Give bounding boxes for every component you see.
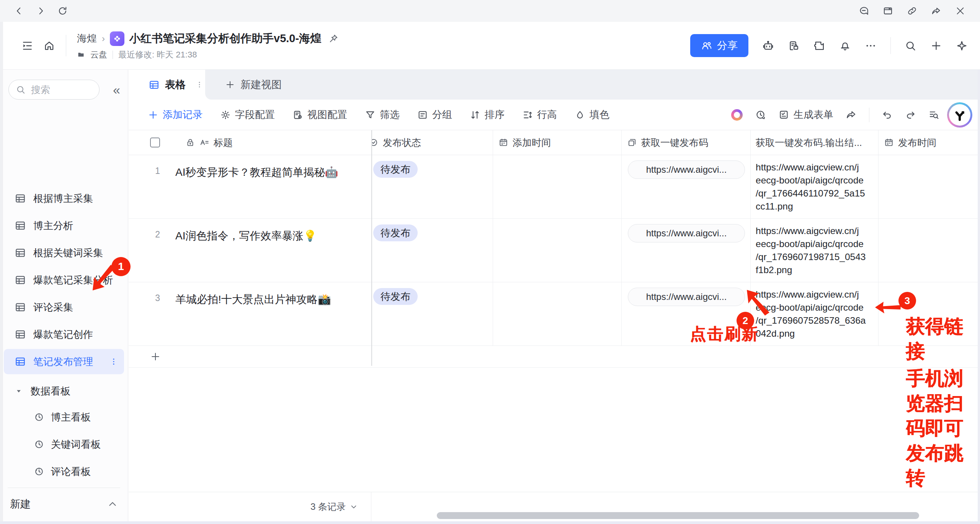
close-icon[interactable] xyxy=(955,6,965,16)
plus-icon xyxy=(148,110,158,120)
cell-get-qr[interactable]: https://www.aigcvi... xyxy=(622,155,751,218)
row-height-button[interactable]: 行高 xyxy=(522,108,557,121)
row-title[interactable]: 羊城必拍!十大景点出片神攻略📸 xyxy=(175,292,331,307)
cell-qr-output[interactable]: https://www.aigcview.cn/j eecg-boot/api/… xyxy=(751,155,879,218)
automation-robot-icon[interactable] xyxy=(762,40,774,52)
cell-status[interactable]: 待发布 xyxy=(372,219,493,282)
column-header-added-time[interactable]: 添加时间 xyxy=(493,130,622,155)
share-button[interactable]: 分享 xyxy=(690,34,748,57)
add-row-button[interactable] xyxy=(129,346,980,368)
share-people-icon xyxy=(701,40,712,51)
sidebar-item-comment-dashboard[interactable]: 评论看板 xyxy=(0,459,128,484)
cell-added-time[interactable] xyxy=(493,155,622,218)
cell-publish-time[interactable] xyxy=(879,155,980,218)
fill-color-label: 填色 xyxy=(590,108,609,121)
fill-color-button[interactable]: 填色 xyxy=(575,108,609,121)
ai-ring-icon[interactable] xyxy=(731,109,743,121)
pin-icon[interactable] xyxy=(328,34,338,44)
cell-added-time[interactable] xyxy=(493,282,622,346)
item-kebab-icon[interactable] xyxy=(109,357,118,366)
sidebar-item-blogger-analysis[interactable]: 博主分析 xyxy=(4,213,124,238)
feedback-icon[interactable] xyxy=(859,6,869,16)
notification-bell-icon[interactable] xyxy=(839,40,851,52)
qr-link-button[interactable]: https://www.aigcvi... xyxy=(628,160,745,179)
sidebar-toggle-icon[interactable] xyxy=(21,40,33,52)
history-icon[interactable] xyxy=(755,109,766,120)
more-icon[interactable] xyxy=(865,40,877,52)
generate-form-button[interactable]: 生成表单 xyxy=(778,108,833,121)
sort-button[interactable]: 排序 xyxy=(470,108,505,121)
field-config-label: 字段配置 xyxy=(235,108,275,121)
horizontal-scrollbar[interactable] xyxy=(437,512,919,519)
column-header-qr-output[interactable]: 获取一键发布码.输出结... xyxy=(751,130,879,155)
share-window-icon[interactable] xyxy=(931,6,941,16)
cell-status[interactable]: 待发布 xyxy=(372,155,493,218)
undo-icon[interactable] xyxy=(882,109,893,120)
column-label: 标题 xyxy=(214,136,233,149)
sidebar-search-box[interactable] xyxy=(8,80,100,100)
redo-icon[interactable] xyxy=(905,109,916,120)
tab-grid-view[interactable]: 表格 xyxy=(129,70,205,100)
fill-droplet-icon xyxy=(575,110,585,120)
sidebar-item-blogger-collect[interactable]: 根据博主采集 xyxy=(4,186,124,211)
sparkle-ai-icon[interactable] xyxy=(956,40,968,52)
field-config-button[interactable]: 字段配置 xyxy=(220,108,275,121)
column-label: 获取一键发布码.输出结... xyxy=(756,136,862,149)
avatar[interactable] xyxy=(947,102,972,128)
record-count-button[interactable]: 3 条记录 xyxy=(129,492,371,521)
row-title[interactable]: AI润色指令，写作效率暴涨💡 xyxy=(175,229,317,243)
tab-kebab-icon[interactable] xyxy=(196,80,203,89)
column-header-title[interactable]: 标题 xyxy=(129,130,372,155)
select-all-checkbox[interactable] xyxy=(150,138,160,147)
cell-qr-output[interactable]: https://www.aigcview.cn/j eecg-boot/api/… xyxy=(751,219,879,282)
sidebar-group-dashboards[interactable]: 数据看板 xyxy=(0,380,128,403)
qr-link-button[interactable]: https://www.aigcvi... xyxy=(628,288,745,306)
back-icon[interactable] xyxy=(14,6,24,16)
cell-added-time[interactable] xyxy=(493,219,622,282)
sidebar-item-blogger-dashboard[interactable]: 博主看板 xyxy=(0,404,128,430)
permission-doc-icon[interactable] xyxy=(788,40,800,52)
browser-toolbar xyxy=(0,0,980,22)
search-icon[interactable] xyxy=(905,40,916,52)
cell-get-qr[interactable]: https://www.aigcvi... xyxy=(622,219,751,282)
tab-new-view[interactable]: 新建视图 xyxy=(225,70,282,100)
forward-icon[interactable] xyxy=(36,6,46,16)
cell-publish-time[interactable] xyxy=(879,219,980,282)
search-input[interactable] xyxy=(30,84,85,96)
sidebar-item-keyword-dashboard[interactable]: 关键词看板 xyxy=(0,432,128,457)
group-button[interactable]: 分组 xyxy=(417,108,452,121)
copy-link-icon[interactable] xyxy=(907,6,917,16)
refresh-icon[interactable] xyxy=(57,6,68,16)
window-icon[interactable] xyxy=(883,6,893,16)
filter-label: 筛选 xyxy=(380,108,400,121)
column-header-status[interactable]: 发布状态 xyxy=(372,130,493,155)
home-icon[interactable] xyxy=(43,40,55,52)
new-view-label: 新建视图 xyxy=(240,78,282,92)
view-config-button[interactable]: 视图配置 xyxy=(292,108,347,121)
filter-button[interactable]: 筛选 xyxy=(365,108,400,121)
row-title[interactable]: AI秒变异形卡？教程超简单揭秘🤖 xyxy=(175,165,338,180)
qr-link-button[interactable]: https://www.aigcvi... xyxy=(628,224,745,242)
column-header-get-qr[interactable]: 获取一键发布码 xyxy=(622,130,751,155)
sidebar-item-hot-note-create[interactable]: 爆款笔记创作 xyxy=(4,322,124,347)
column-header-publish-time[interactable]: 发布时间 xyxy=(879,130,980,155)
cell-title[interactable]: 3 羊城必拍!十大景点出片神攻略📸 xyxy=(129,282,372,346)
sidebar-collapse-icon[interactable]: « xyxy=(113,80,120,99)
sidebar-item-comment-collect[interactable]: 评论采集 xyxy=(4,295,124,320)
sidebar-item-note-publish[interactable]: 笔记发布管理 xyxy=(4,349,124,374)
gear-icon xyxy=(220,110,231,120)
doc-location[interactable]: 云盘 xyxy=(90,49,107,61)
lock-icon xyxy=(185,138,195,147)
table-icon xyxy=(15,274,26,286)
sidebar-new-button[interactable]: 新建 xyxy=(10,493,118,516)
add-record-button[interactable]: 添加记录 xyxy=(148,108,203,121)
share-view-icon[interactable] xyxy=(846,109,857,120)
cell-status[interactable]: 待发布 xyxy=(372,282,493,346)
breadcrumb-workspace[interactable]: 海煌 xyxy=(77,32,97,45)
sidebar-item-keyword-collect[interactable]: 根据关键词采集 xyxy=(4,240,124,265)
cell-title[interactable]: 2 AI润色指令，写作效率暴涨💡 xyxy=(129,219,372,282)
plugin-puzzle-icon[interactable] xyxy=(813,40,825,52)
find-in-table-icon[interactable] xyxy=(928,109,939,120)
add-icon[interactable] xyxy=(930,40,942,52)
cell-title[interactable]: 1 AI秒变异形卡？教程超简单揭秘🤖 xyxy=(129,155,372,218)
